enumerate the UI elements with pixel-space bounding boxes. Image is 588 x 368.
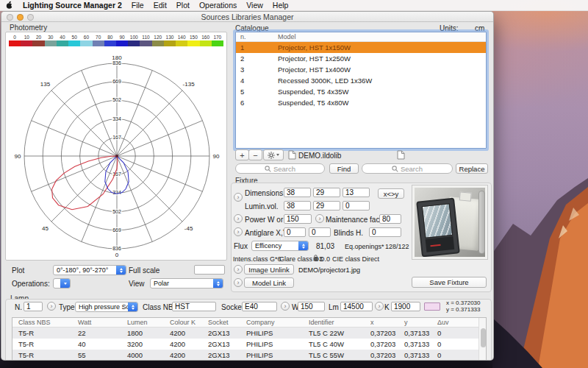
row-model: Projector, HST 1x250W <box>278 54 351 63</box>
scale-tick-label: 20 <box>32 35 44 40</box>
dimension-x-input[interactable] <box>284 188 311 197</box>
lamp-type-select[interactable]: High pressure So... <box>75 302 138 312</box>
menu-item-help[interactable]: Help <box>273 1 289 10</box>
menu-item-plot[interactable]: Plot <box>176 1 190 10</box>
lamp-row-2[interactable]: T5-R55400042002GX13PHILIPSTL5 C 55W0,372… <box>12 350 478 361</box>
scale-color-block <box>21 40 32 46</box>
lamp-row-1[interactable]: T5-R40320042002GX13PHILIPSTL5 C 40W0,372… <box>12 339 478 350</box>
catalogue-search-field[interactable]: Search <box>235 163 325 174</box>
swap-xy-button[interactable]: x<>y <box>378 188 404 199</box>
lamp-col-3: Colour K <box>170 319 196 326</box>
dimensions-expand-button[interactable]: › <box>234 193 243 202</box>
dimension-z-input[interactable] <box>343 188 370 197</box>
scrollbar-thumb[interactable] <box>481 328 486 347</box>
image-expand-button[interactable]: › <box>234 265 243 274</box>
model-expand-button[interactable]: › <box>234 278 243 287</box>
antiglare-y-input[interactable] <box>309 227 331 237</box>
lumin-x-input[interactable] <box>284 201 311 210</box>
add-item-button[interactable]: + <box>235 149 249 160</box>
scale-cell: 40 <box>57 35 68 48</box>
catalogue-row-6[interactable]: 6Suspended, T5 4x80W <box>236 97 486 108</box>
full-scale-input[interactable] <box>194 265 225 275</box>
lumen-input[interactable] <box>340 302 373 311</box>
plot-range-select[interactable]: 0°-180°, 90°-270° <box>53 265 126 275</box>
search-placeholder: Search <box>273 165 295 173</box>
lamp-cell: 0 <box>437 340 441 348</box>
lumin-y-input[interactable] <box>313 201 340 210</box>
lamp-col-9: Δuv <box>437 319 449 326</box>
scale-cell: 170 <box>212 35 223 48</box>
scale-cell: 90 <box>116 35 128 48</box>
scale-tick-label: 110 <box>140 35 151 40</box>
class-nbs-input[interactable] <box>172 302 216 311</box>
scale-tick-label: 170 <box>212 35 223 40</box>
socket-input[interactable] <box>242 302 277 311</box>
power-input[interactable] <box>284 214 312 224</box>
apple-menu-icon[interactable] <box>6 1 13 10</box>
lamp-row-0[interactable]: T5-R22180042002GX13PHILIPSTL5 C 22W0,372… <box>12 328 478 339</box>
menu-item-file[interactable]: File <box>132 1 144 10</box>
window-title: Sources Libraries Manager <box>1 13 493 21</box>
menu-item-edit[interactable]: Edit <box>154 1 167 10</box>
lamp-table-scrollbar[interactable] <box>478 318 487 361</box>
photo-scrollbar[interactable] <box>478 191 485 254</box>
kelvin-expand-button[interactable]: › <box>375 302 384 311</box>
lamp-cell: PHILIPS <box>246 351 273 359</box>
catalogue-row-2[interactable]: 2Projector, HST 1x250W <box>236 53 486 64</box>
menu-item-view[interactable]: View <box>246 1 263 10</box>
flux-select[interactable]: Efficency <box>251 241 309 251</box>
operations-select[interactable] <box>53 278 71 289</box>
lamp-table[interactable]: Class NBSWattLumenColour KSocketCompanyI… <box>12 317 487 361</box>
library-doc-icon <box>288 150 296 160</box>
catalogue-row-1[interactable]: 1Projector, HST 1x150W <box>236 42 486 53</box>
blinds-input[interactable] <box>369 227 401 237</box>
power-expand-button[interactable]: › <box>234 214 243 223</box>
lamp-cell: 2GX13 <box>208 351 230 359</box>
lamp-n-input[interactable] <box>24 302 43 311</box>
antiglare-x-input[interactable] <box>284 227 306 237</box>
plot-label: Plot <box>12 266 24 275</box>
image-unlink-button[interactable]: Image Unlink <box>244 264 294 275</box>
lamp-cell: 4000 <box>127 351 143 359</box>
replace-button[interactable]: Replace <box>456 163 488 174</box>
socket-expand-button[interactable]: › <box>281 302 290 311</box>
svg-text:502: 502 <box>112 97 121 102</box>
catalogue-table[interactable]: n. Model 1Projector, HST 1x150W2Projecto… <box>235 32 487 149</box>
maintenance-input[interactable] <box>379 214 401 224</box>
lamp-color-swatch[interactable] <box>424 302 440 311</box>
dimension-y-input[interactable] <box>313 188 340 197</box>
lamp-type-value: High pressure So... <box>76 302 128 311</box>
save-fixture-button[interactable]: Save Fixture <box>412 277 487 288</box>
replace-search-field[interactable]: Search <box>362 163 453 174</box>
title-bar[interactable]: Sources Libraries Manager <box>1 12 493 22</box>
svg-text:167: 167 <box>112 135 121 140</box>
row-number: 1 <box>240 43 244 52</box>
svg-text:-135: -135 <box>183 81 196 88</box>
action-gear-button[interactable] <box>263 149 284 160</box>
lamp-cell: 2GX13 <box>208 340 230 348</box>
kelvin-input[interactable] <box>391 302 420 311</box>
lamp-col-5: Company <box>246 319 275 326</box>
row-number: 3 <box>240 66 244 74</box>
col-n: n. <box>240 33 246 40</box>
remove-item-button[interactable]: − <box>248 149 262 160</box>
catalogue-row-4[interactable]: 4Recessed 3000K, LED 1x36W <box>236 75 486 86</box>
menu-item-operations[interactable]: Operations <box>199 1 237 10</box>
scale-color-block <box>200 40 212 46</box>
find-button[interactable]: Find <box>329 163 359 174</box>
col-model: Model <box>278 33 296 40</box>
operations-label: Operations: <box>12 280 50 288</box>
catalogue-row-5[interactable]: 5Suspended, T5 4x35W <box>236 86 486 97</box>
maintenance-expand-button[interactable]: › <box>315 214 324 223</box>
watt-input[interactable] <box>298 302 325 311</box>
row-model: Projector, HST 1x400W <box>278 66 351 74</box>
model-link-button[interactable]: Model Link <box>244 277 294 288</box>
lamp-n-expand-button[interactable]: › <box>47 302 56 311</box>
view-select[interactable]: Polar <box>150 278 223 289</box>
lumin-z-input[interactable] <box>343 201 370 210</box>
row-model: Projector, HST 1x150W <box>278 43 351 52</box>
menu-app-name[interactable]: Lighting Source Manager 2 <box>23 1 122 10</box>
efficiency-value: 81,03 <box>316 242 334 250</box>
antiglare-expand-button[interactable]: › <box>234 227 243 236</box>
catalogue-row-3[interactable]: 3Projector, HST 1x400W <box>236 64 486 75</box>
